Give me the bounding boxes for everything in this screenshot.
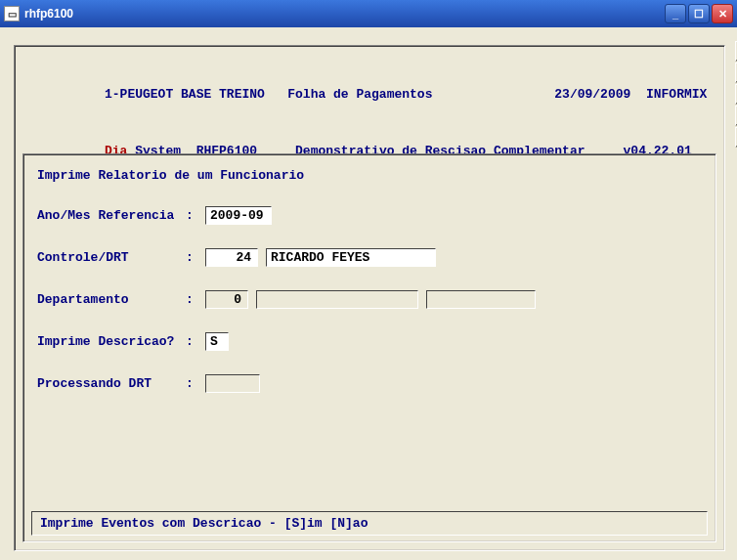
app-icon: ▭ bbox=[4, 6, 20, 22]
form-panel: Imprime Relatorio de um Funcionario Ano/… bbox=[22, 153, 716, 542]
colon: : bbox=[186, 250, 205, 265]
maximize-button[interactable]: ☐ bbox=[688, 4, 710, 23]
row-departamento: Departamento : 0 bbox=[37, 290, 702, 309]
close-button[interactable]: ✕ bbox=[712, 4, 733, 23]
minimize-button[interactable]: _ bbox=[665, 4, 686, 23]
header-date: 23/09/2009 bbox=[554, 87, 630, 102]
colon: : bbox=[186, 208, 205, 223]
colon: : bbox=[186, 334, 205, 349]
window-controls: _ ☐ ✕ bbox=[665, 4, 733, 23]
status-bar: Imprime Eventos com Descricao - [S]im [N… bbox=[31, 511, 708, 536]
input-imprime-desc[interactable]: S bbox=[205, 332, 229, 351]
colon: : bbox=[186, 292, 205, 307]
titlebar: ▭ rhfp6100 _ ☐ ✕ bbox=[0, 0, 737, 27]
label-controle: Controle/DRT bbox=[37, 250, 186, 265]
row-processando: Processando DRT : bbox=[37, 374, 702, 393]
row-anomes: Ano/Mes Referencia : 2009-09 bbox=[37, 206, 702, 225]
label-anomes: Ano/Mes Referencia bbox=[37, 208, 186, 223]
input-departamento-number[interactable]: 0 bbox=[205, 290, 248, 309]
row-imprime-desc: Imprime Descricao? : S bbox=[37, 332, 702, 351]
display-processando bbox=[205, 374, 260, 393]
display-controle-name: RICARDO FEYES bbox=[266, 248, 436, 267]
label-processando: Processando DRT bbox=[37, 376, 186, 391]
content-panel: 1-PEUGEOT BASE TREINO Folha de Pagamento… bbox=[14, 45, 725, 551]
header-company: 1-PEUGEOT BASE TREINO bbox=[105, 87, 265, 102]
display-departamento-2 bbox=[426, 290, 536, 309]
display-departamento-1 bbox=[256, 290, 418, 309]
window-title: rhfp6100 bbox=[24, 7, 665, 21]
form-title: Imprime Relatorio de um Funcionario bbox=[37, 168, 702, 183]
label-departamento: Departamento bbox=[37, 292, 186, 307]
header-db: INFORMIX bbox=[646, 87, 707, 102]
label-imprime-desc: Imprime Descricao? bbox=[37, 334, 186, 349]
input-controle-number[interactable]: 24 bbox=[205, 248, 258, 267]
colon: : bbox=[186, 376, 205, 391]
input-anomes[interactable]: 2009-09 bbox=[205, 206, 272, 225]
header-module: Folha de Pagamentos bbox=[287, 87, 432, 102]
row-controle: Controle/DRT : 24 RICARDO FEYES bbox=[37, 248, 702, 267]
